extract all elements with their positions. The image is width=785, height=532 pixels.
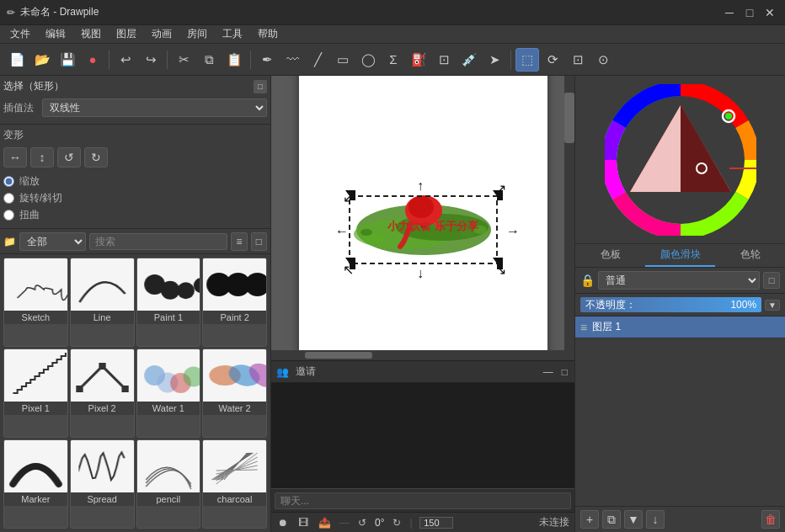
opacity-decrease-button[interactable]: ▼ (765, 300, 780, 311)
close-button[interactable]: ✕ (761, 4, 778, 21)
paste-button[interactable]: 📋 (222, 48, 246, 72)
brush-layout-button[interactable]: □ (251, 232, 267, 251)
flip-v-button[interactable]: ↕ (30, 147, 54, 168)
folder-icon: 📁 (3, 236, 16, 247)
color-tab-2[interactable]: 色轮 (715, 244, 785, 267)
minimize-button[interactable]: ─ (721, 4, 738, 21)
brush-item-line[interactable]: Line (70, 258, 135, 347)
chat-input-row (271, 488, 574, 512)
color-tab-0[interactable]: 色板 (575, 244, 645, 267)
bottom-panel-expand-button[interactable]: □ (560, 366, 569, 378)
maximize-button[interactable]: □ (741, 4, 758, 21)
save-file-button[interactable]: 💾 (56, 48, 79, 72)
opacity-bar[interactable]: 不透明度： 100% (580, 297, 761, 312)
titlebar-controls: ─ □ ✕ (721, 4, 778, 21)
canvas-area[interactable]: 小力饮食 乐于分享 ↙ ↗ ↖ ↘ (271, 76, 574, 350)
duplicate-layer-button[interactable]: ⧉ (602, 510, 621, 529)
freehand-tool-button[interactable]: ✒ (255, 48, 279, 72)
add-layer-button[interactable]: + (580, 510, 599, 529)
menu-item-编辑[interactable]: 编辑 (39, 25, 72, 43)
blend-mode-select[interactable]: 普通 (598, 271, 760, 290)
canvas-vscroll-thumb[interactable] (564, 93, 574, 143)
text-tool-button[interactable]: Σ (382, 48, 405, 72)
eyedropper-tool-button[interactable]: 💉 (457, 48, 481, 72)
layer-item-0[interactable]: ≡ 图层 1 (575, 317, 785, 338)
menu-item-工具[interactable]: 工具 (216, 25, 249, 43)
rect-select-button[interactable]: ⬚ (515, 48, 539, 72)
delete-layer-button[interactable]: 🗑 (761, 510, 780, 529)
menu-item-帮助[interactable]: 帮助 (251, 25, 285, 43)
brush-item-paint-2[interactable]: Paint 2 (202, 258, 267, 347)
canvas-horizontal-scrollbar[interactable] (271, 350, 574, 360)
fill-tool-button[interactable]: ⛽ (407, 48, 430, 72)
brush-menu-button[interactable]: ≡ (231, 232, 247, 251)
redo-button[interactable]: ↪ (139, 48, 163, 72)
layers-list: ≡ 图层 1 (575, 317, 785, 506)
rotate-left-status-button[interactable]: ↺ (356, 517, 368, 529)
blend-options-button[interactable]: □ (763, 272, 780, 289)
opacity-value: 100% (730, 299, 756, 311)
statusbar-frame-button[interactable]: 🎞 (296, 517, 310, 529)
menu-item-动画[interactable]: 动画 (145, 25, 179, 43)
drawing-canvas[interactable]: 小力饮食 乐于分享 ↙ ↗ ↖ ↘ (299, 76, 547, 350)
brush-item-pixel-2[interactable]: Pixel 2 (70, 348, 135, 438)
users-icon: 👥 (276, 366, 289, 378)
lasso-select-button[interactable]: ⟳ (541, 48, 564, 72)
opacity-row: 不透明度： 100% ▼ (575, 294, 785, 317)
transform-select-button[interactable]: ⊡ (566, 48, 590, 72)
record-button[interactable]: ● (81, 48, 104, 72)
canvas-vertical-scrollbar[interactable] (564, 76, 574, 350)
distort-radio[interactable] (3, 210, 14, 221)
menu-item-文件[interactable]: 文件 (3, 25, 37, 43)
zoom-tool-button[interactable]: ⊙ (591, 48, 615, 72)
chat-input[interactable] (275, 492, 571, 509)
undo-button[interactable]: ↩ (114, 48, 137, 72)
menu-item-房间[interactable]: 房间 (180, 25, 214, 43)
move-tool-button[interactable]: ➤ (483, 48, 506, 72)
brush-item-spread[interactable]: Spread (70, 439, 135, 529)
color-wheel[interactable] (605, 84, 756, 236)
copy-button[interactable]: ⧉ (197, 48, 221, 72)
bottom-panel-options-button[interactable]: — (542, 366, 555, 378)
interp-select[interactable]: 双线性 最近邻 (42, 98, 267, 117)
brush-item-marker[interactable]: Marker (3, 439, 68, 529)
svg-point-9 (409, 196, 434, 218)
brush-item-sketch[interactable]: Sketch (3, 258, 68, 347)
zoom-input[interactable] (419, 517, 453, 529)
open-file-button[interactable]: 📂 (30, 48, 54, 72)
brush-folder-select[interactable]: 全部 (19, 232, 86, 251)
brush-item-water-2[interactable]: Water 2 (202, 348, 267, 438)
stabilizer-tool-button[interactable]: 〰 (280, 48, 304, 72)
ellipse-tool-button[interactable]: ◯ (356, 48, 380, 72)
invite-button[interactable]: 邀请 (294, 364, 318, 379)
tool-options-collapse-button[interactable]: □ (254, 80, 267, 93)
rect-tool-button[interactable]: ▭ (331, 48, 355, 72)
cut-button[interactable]: ✂ (172, 48, 195, 72)
rotate-right-status-button[interactable]: ↻ (391, 517, 403, 529)
statusbar-record-button[interactable]: ⏺ (276, 517, 290, 529)
merge-layer-button[interactable]: ↓ (646, 510, 665, 529)
transform-buttons: ↔ ↕ ↺ ↻ (3, 147, 267, 168)
layer-menu-button[interactable]: ▼ (624, 510, 643, 529)
new-file-button[interactable]: 📄 (5, 48, 29, 72)
statusbar-export-button[interactable]: 📤 (317, 517, 333, 529)
brush-item-pixel-1[interactable]: Pixel 1 (3, 348, 68, 438)
canvas-content: 小力饮食 乐于分享 ↙ ↗ ↖ ↘ (299, 76, 547, 350)
rotate-left-button[interactable]: ↺ (57, 147, 81, 168)
line-tool-button[interactable]: ╱ (306, 48, 329, 72)
svg-text:↑: ↑ (417, 178, 424, 193)
scale-radio[interactable] (3, 176, 14, 187)
transform-tool-button[interactable]: ⊡ (432, 48, 456, 72)
flip-h-button[interactable]: ↔ (3, 147, 27, 168)
menu-item-视图[interactable]: 视图 (74, 25, 108, 43)
rotate-radio[interactable] (3, 193, 14, 204)
brush-item-charcoal[interactable]: charcoal (202, 439, 267, 529)
menu-item-图层[interactable]: 图层 (109, 25, 143, 43)
brush-item-water-1[interactable]: Water 1 (136, 348, 201, 438)
canvas-hscroll-thumb[interactable] (305, 352, 372, 359)
rotate-right-button[interactable]: ↻ (84, 147, 108, 168)
brush-item-pencil[interactable]: pencil (136, 439, 201, 529)
search-input[interactable] (89, 233, 227, 250)
brush-item-paint-1[interactable]: Paint 1 (136, 258, 201, 347)
color-tab-1[interactable]: 颜色滑块 (645, 244, 715, 267)
